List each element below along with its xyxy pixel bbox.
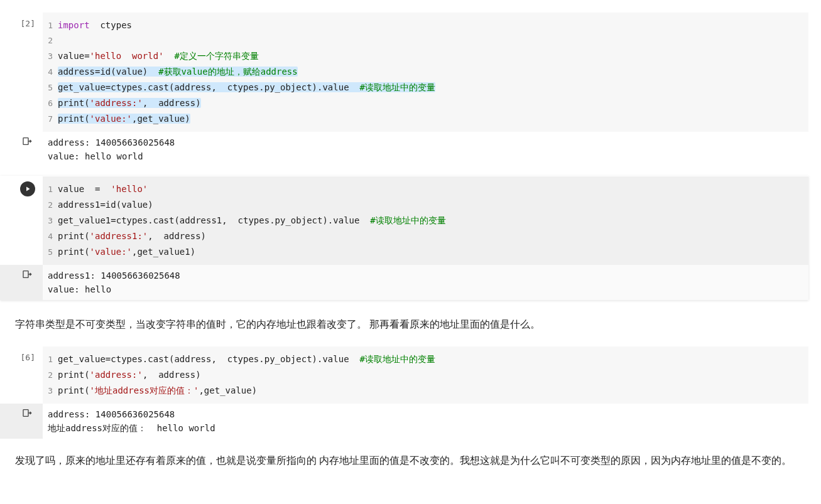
cell-gutter: [2] (0, 13, 43, 132)
code-line[interactable]: 3value='hello world' #定义一个字符串变量 (43, 48, 803, 64)
code-line[interactable]: 1get_value=ctypes.cast(address, ctypes.p… (43, 351, 803, 367)
line-number: 5 (43, 245, 58, 260)
line-number: 4 (43, 65, 58, 80)
code-text[interactable]: print('地址address对应的值：',get_value) (58, 383, 257, 398)
code-input-area[interactable]: 1get_value=ctypes.cast(address, ctypes.p… (43, 346, 808, 404)
code-text[interactable]: value = 'hello' (58, 181, 148, 196)
code-text[interactable]: address=id(value) #获取value的地址，赋给address (58, 64, 298, 79)
line-number: 2 (43, 368, 58, 383)
line-number: 1 (43, 18, 58, 33)
code-text[interactable]: print('value:',get_value) (58, 111, 190, 126)
code-text[interactable]: print('address:', address) (58, 95, 201, 110)
code-line[interactable]: 7print('value:',get_value) (43, 111, 803, 127)
code-line[interactable]: 2address1=id(value) (43, 197, 803, 213)
code-text[interactable]: get_value=ctypes.cast(address, ctypes.py… (58, 351, 435, 367)
code-line[interactable]: 4print('address1:', address) (43, 228, 803, 244)
line-number: 2 (43, 198, 58, 213)
output-gutter (0, 404, 43, 439)
svg-rect-0 (23, 138, 28, 145)
code-cell-active[interactable]: 1value = 'hello'2address1=id(value)3get_… (0, 176, 808, 300)
code-line[interactable]: 6print('address:', address) (43, 95, 803, 111)
line-number: 1 (43, 352, 58, 367)
code-line[interactable]: 5get_value=ctypes.cast(address, ctypes.p… (43, 80, 803, 95)
output-cell-2: address: 140056636025648 value: hello wo… (0, 132, 808, 167)
code-line[interactable]: 1value = 'hello' (43, 181, 803, 197)
line-number: 3 (43, 213, 58, 228)
code-line[interactable]: 1import ctypes (43, 18, 803, 33)
output-text: address1: 140056636025648 value: hello (43, 265, 808, 300)
output-text: address: 140056636025648 地址address对应的值： … (43, 404, 808, 439)
code-text[interactable]: print('address1:', address) (58, 228, 206, 244)
notebook: [2] 1import ctypes23value='hello world' … (0, 0, 821, 496)
output-arrow-icon (21, 136, 33, 147)
code-cell-2[interactable]: [2] 1import ctypes23value='hello world' … (0, 13, 808, 132)
cell-gutter: [6] (0, 346, 43, 404)
code-line[interactable]: 4address=id(value) #获取value的地址，赋给address (43, 64, 803, 80)
code-text[interactable]: value='hello world' #定义一个字符串变量 (58, 48, 259, 63)
markdown-text: 字符串类型是不可变类型，当改变字符串的值时，它的内存地址也跟着改变了。 那再看看… (0, 303, 808, 346)
exec-count: [6] (21, 351, 35, 404)
svg-rect-1 (23, 271, 28, 278)
code-line[interactable]: 2print('address:', address) (43, 367, 803, 383)
code-text[interactable]: print('value:',get_value1) (58, 244, 195, 259)
run-button[interactable] (20, 181, 35, 196)
code-text[interactable]: address1=id(value) (58, 197, 153, 212)
output-gutter (0, 265, 43, 300)
markdown-text: 发现了吗，原来的地址里还存有着原来的值，也就是说变量所指向的 内存地址里面的值是… (0, 439, 808, 483)
output-arrow-icon (21, 407, 33, 419)
line-number: 3 (43, 49, 58, 64)
output-text: address: 140056636025648 value: hello wo… (43, 132, 808, 167)
svg-rect-2 (23, 410, 28, 417)
code-line[interactable]: 3get_value1=ctypes.cast(address1, ctypes… (43, 213, 803, 228)
code-line[interactable]: 2 (43, 33, 803, 48)
output-cell-6: address: 140056636025648 地址address对应的值： … (0, 404, 808, 439)
code-input-area[interactable]: 1value = 'hello'2address1=id(value)3get_… (43, 176, 808, 265)
line-number: 4 (43, 229, 58, 244)
line-number: 3 (43, 383, 58, 399)
line-number: 2 (43, 33, 58, 48)
code-text[interactable]: get_value1=ctypes.cast(address1, ctypes.… (58, 213, 446, 228)
exec-count: [2] (21, 18, 35, 132)
code-line[interactable]: 3print('地址address对应的值：',get_value) (43, 383, 803, 399)
line-number: 5 (43, 80, 58, 95)
code-cell-6[interactable]: [6] 1get_value=ctypes.cast(address, ctyp… (0, 346, 808, 404)
code-text[interactable]: print('address:', address) (58, 367, 201, 382)
output-gutter (0, 132, 43, 167)
code-text[interactable]: import ctypes (58, 18, 132, 33)
cell-gutter (0, 176, 43, 265)
output-arrow-icon (21, 269, 33, 280)
line-number: 1 (43, 182, 58, 197)
code-line[interactable]: 5print('value:',get_value1) (43, 244, 803, 260)
line-number: 7 (43, 112, 58, 127)
code-text[interactable]: get_value=ctypes.cast(address, ctypes.py… (58, 80, 435, 95)
code-input-area[interactable]: 1import ctypes23value='hello world' #定义一… (43, 13, 808, 132)
line-number: 6 (43, 96, 58, 111)
